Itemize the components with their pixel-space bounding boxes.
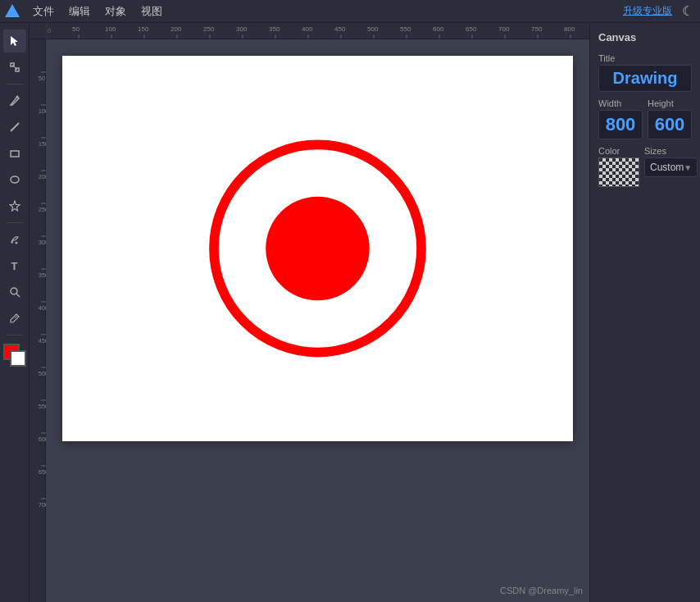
menu-item-view[interactable]: 视图 (134, 2, 169, 21)
node-tool-button[interactable] (3, 56, 26, 79)
svg-text:550: 550 (400, 25, 411, 33)
eyedropper-tool-button[interactable] (3, 307, 26, 330)
tool-separator-2 (7, 222, 23, 223)
canvas-panel-title: Canvas (598, 31, 692, 43)
svg-text:300: 300 (39, 239, 46, 245)
width-label: Width (598, 98, 643, 108)
svg-point-11 (11, 288, 17, 294)
svg-text:750: 750 (531, 25, 543, 33)
menu-item-object[interactable]: 对象 (98, 2, 133, 21)
color-field: Color (598, 146, 639, 187)
svg-text:450: 450 (334, 25, 346, 33)
drawing-canvas[interactable] (62, 56, 573, 441)
svg-text:600: 600 (433, 25, 444, 33)
dropdown-arrow-icon: ▼ (684, 163, 692, 172)
menu-right: 升级专业版 ☾ (623, 2, 697, 21)
svg-text:450: 450 (39, 338, 46, 344)
canvas-container (46, 39, 589, 602)
svg-text:100: 100 (39, 108, 46, 114)
width-field: Width 800 (598, 98, 643, 139)
tool-separator-1 (7, 84, 23, 84)
title-label: Title (598, 53, 692, 63)
pen-tool-button[interactable] (3, 89, 26, 112)
svg-point-10 (15, 242, 17, 244)
height-field: Height 600 (648, 98, 692, 139)
svg-text:150: 150 (138, 25, 149, 33)
watermark: CSDN @Dreamy_lin (500, 586, 583, 595)
svg-text:400: 400 (39, 305, 46, 311)
svg-point-5 (16, 96, 18, 98)
ruler-top: 0 50100150200250300350400450500550600650… (30, 23, 589, 39)
svg-text:200: 200 (170, 25, 182, 33)
height-label: Height (648, 98, 692, 108)
line-tool-button[interactable] (3, 116, 26, 139)
upgrade-link[interactable]: 升级专业版 (623, 4, 672, 18)
svg-text:0: 0 (48, 27, 52, 34)
paint-tool-button[interactable] (3, 228, 26, 251)
svg-rect-7 (11, 151, 19, 157)
height-value[interactable]: 600 (648, 110, 692, 139)
canvas-area: 0 50100150200250300350400450500550600650… (30, 23, 589, 602)
tool-separator-3 (7, 335, 23, 335)
svg-marker-0 (5, 4, 20, 17)
text-tool-button[interactable]: T (3, 254, 26, 277)
svg-text:250: 250 (39, 207, 46, 212)
app-logo (3, 2, 21, 21)
main-content: T 0 5010015020 (0, 23, 700, 602)
svg-text:650: 650 (39, 469, 46, 475)
svg-line-4 (12, 65, 17, 70)
color-indicator[interactable] (3, 344, 26, 367)
svg-text:600: 600 (39, 436, 46, 442)
left-toolbar: T (0, 23, 30, 602)
svg-text:500: 500 (39, 371, 46, 376)
menu-item-edit[interactable]: 编辑 (62, 2, 97, 21)
sizes-dropdown[interactable]: Custom ▼ (644, 157, 698, 177)
svg-text:400: 400 (302, 25, 313, 33)
svg-text:550: 550 (39, 404, 46, 409)
title-value[interactable]: Drawing (598, 65, 692, 92)
width-value[interactable]: 800 (598, 110, 643, 139)
color-preview[interactable] (598, 157, 639, 187)
svg-line-6 (11, 123, 19, 131)
select-tool-button[interactable] (3, 30, 26, 52)
svg-text:100: 100 (105, 25, 116, 33)
theme-toggle-button[interactable]: ☾ (679, 2, 697, 21)
svg-text:500: 500 (367, 25, 379, 33)
svg-text:350: 350 (39, 272, 46, 278)
background-color[interactable] (10, 350, 26, 367)
svg-line-12 (16, 294, 20, 297)
rectangle-tool-button[interactable] (3, 142, 26, 165)
dimensions-row: Width 800 Height 600 (598, 98, 692, 139)
svg-text:50: 50 (72, 25, 80, 33)
right-panel: Canvas Title Drawing Width 800 Height 60… (589, 23, 700, 602)
svg-text:50: 50 (39, 75, 45, 81)
star-tool-button[interactable] (3, 194, 26, 217)
menu-bar: 文件 编辑 对象 视图 升级专业版 ☾ (0, 0, 700, 23)
sizes-label: Sizes (644, 146, 698, 156)
svg-text:650: 650 (466, 25, 477, 33)
svg-text:700: 700 (498, 25, 510, 33)
svg-marker-1 (11, 36, 18, 46)
svg-text:300: 300 (236, 25, 248, 33)
sizes-field: Sizes Custom ▼ (644, 146, 698, 187)
ruler-left: 5010015020025030035040045050055060065070… (30, 39, 46, 602)
zoom-tool-button[interactable] (3, 280, 26, 303)
svg-text:800: 800 (564, 25, 575, 33)
svg-text:250: 250 (203, 25, 215, 33)
svg-text:350: 350 (269, 25, 280, 33)
svg-point-8 (11, 176, 19, 183)
ellipse-tool-button[interactable] (3, 168, 26, 191)
svg-text:700: 700 (39, 502, 46, 508)
menu-item-file[interactable]: 文件 (26, 2, 61, 21)
svg-line-13 (15, 316, 17, 318)
svg-text:150: 150 (39, 141, 46, 147)
color-label: Color (598, 146, 639, 156)
svg-text:200: 200 (39, 174, 46, 180)
svg-point-77 (266, 197, 370, 301)
sizes-value: Custom (650, 162, 684, 173)
svg-marker-9 (10, 201, 20, 211)
color-sizes-row: Color Sizes Custom ▼ (598, 146, 692, 187)
title-field: Title Drawing (598, 53, 692, 92)
